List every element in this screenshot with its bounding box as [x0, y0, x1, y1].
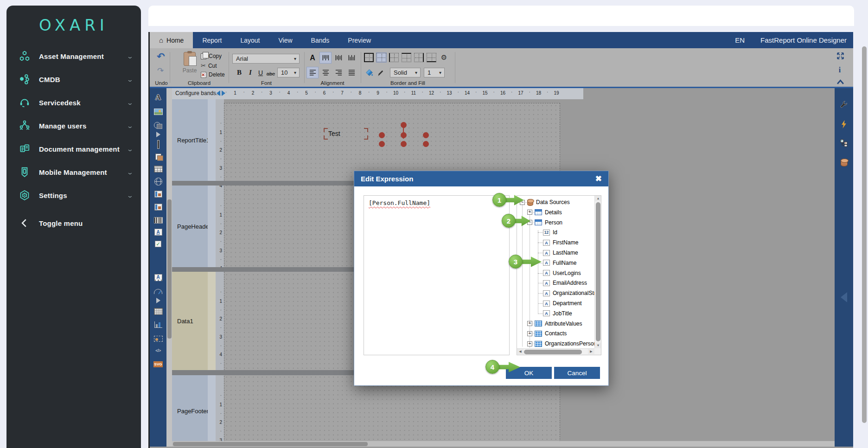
svg-object-icon[interactable]: SVG [153, 359, 163, 369]
tree-item-data-sources[interactable]: −Data Sources [517, 198, 594, 207]
align-right-button[interactable] [332, 67, 345, 78]
tree-item-details[interactable]: +Details [517, 208, 594, 217]
font-family-select[interactable]: Arial ▾ [232, 54, 300, 64]
resize-handle[interactable] [379, 132, 385, 138]
tree-item-organizationalstructu[interactable]: AOrganizationalStructu [517, 288, 594, 298]
align-justify-button[interactable] [345, 67, 357, 78]
business-object-2-icon[interactable] [153, 202, 163, 211]
band-reporttitle1[interactable]: ReportTitle1 [172, 99, 208, 181]
page-prev-icon[interactable] [217, 90, 220, 96]
tab-preview[interactable]: Preview [338, 32, 380, 48]
line-width-select[interactable]: 1 ▾ [424, 68, 445, 77]
digital-signature-icon[interactable] [153, 334, 163, 343]
sidebar-item-document-management[interactable]: Document management⌄ [6, 137, 141, 160]
band-pagefooter1[interactable]: PageFooter1 [172, 375, 208, 447]
gauge-icon[interactable] [153, 287, 163, 296]
border-top-button[interactable] [402, 53, 411, 62]
text-object-icon[interactable]: A [153, 93, 163, 102]
underline-button[interactable]: U [255, 68, 266, 77]
scrollbar-thumb[interactable] [596, 202, 600, 341]
tab-view[interactable]: View [269, 32, 302, 48]
business-object-icon[interactable] [153, 189, 163, 198]
sidebar-item-asset-management[interactable]: Asset Management⌄ [6, 45, 141, 68]
tab-report[interactable]: Report [193, 32, 231, 48]
sidebar-item-cmdb[interactable]: CMDB⌄ [6, 68, 141, 91]
fullscreen-button[interactable] [836, 51, 845, 60]
chart-icon[interactable] [153, 320, 163, 329]
border-none-button[interactable] [377, 53, 386, 62]
border-left-button[interactable] [389, 53, 399, 62]
language-selector[interactable]: EN [735, 36, 745, 44]
info-button[interactable]: i [836, 66, 843, 74]
tree-item-userlogins[interactable]: AUserLogins [517, 269, 594, 278]
valign-center-button[interactable] [332, 52, 345, 64]
tree-item-id[interactable]: 12Id [517, 228, 594, 237]
tree-item-emailaddress[interactable]: AEmailAddress [517, 278, 594, 288]
window-scrollbar[interactable] [862, 0, 867, 448]
properties-icon[interactable] [839, 99, 849, 109]
resize-handle[interactable] [401, 122, 407, 128]
close-icon[interactable]: ✖ [595, 175, 602, 183]
map-icon[interactable] [153, 177, 163, 186]
scroll-left-icon[interactable]: ◀ [517, 349, 523, 354]
scroll-up-icon[interactable]: ▲ [595, 196, 601, 201]
valign-bottom-button[interactable] [345, 52, 357, 64]
tree-item-department[interactable]: ADepartment [517, 299, 594, 308]
sidebar-item-manage-users[interactable]: Manage users⌄ [6, 114, 141, 137]
formatted-text-icon[interactable]: A [153, 273, 163, 282]
collapse-ribbon-button[interactable] [836, 78, 845, 85]
cancel-button[interactable]: Cancel [554, 367, 600, 379]
band-pageheader1[interactable]: PageHeader1 [172, 186, 208, 267]
strikethrough-button[interactable]: abe [266, 69, 276, 78]
resize-handle[interactable] [423, 132, 429, 138]
band-data1[interactable]: Data1 [172, 272, 208, 370]
copy-button[interactable]: Copy [201, 53, 222, 59]
report-tree-icon[interactable] [839, 138, 849, 148]
sidebar-item-mobile-management[interactable]: Mobile Management⌄ [6, 160, 141, 184]
sidebar-item-settings[interactable]: Settings⌄ [6, 184, 141, 207]
barcode-icon[interactable] [153, 216, 163, 225]
cut-button[interactable]: ✂ Cut [201, 62, 217, 69]
rich-text-icon[interactable]: A [153, 227, 163, 237]
font-color-button[interactable]: A [306, 52, 319, 64]
tree-vertical-scrollbar[interactable]: ▲ ▼ [594, 196, 601, 348]
delete-button[interactable]: Delete [201, 71, 225, 78]
tab-layout[interactable]: Layout [231, 32, 269, 48]
subreport-icon[interactable] [153, 152, 163, 161]
resize-handle[interactable] [401, 141, 407, 147]
checkbox-icon[interactable]: ✓ [153, 239, 163, 249]
sidebar-item-toggle-menu[interactable]: Toggle menu [6, 211, 141, 235]
table-icon[interactable] [153, 164, 163, 173]
configure-bands-button[interactable]: Configure bands... [175, 90, 221, 96]
tree-item-contacts[interactable]: +Contacts [517, 329, 594, 338]
redo-icon[interactable]: ↷ [157, 67, 164, 75]
resize-handle[interactable] [401, 132, 407, 138]
valign-top-button[interactable] [319, 52, 332, 64]
border-all-button[interactable] [364, 53, 374, 62]
italic-button[interactable]: I [245, 68, 255, 77]
scrollbar-thumb[interactable] [862, 46, 867, 423]
border-properties-button[interactable]: ⚙ [439, 53, 449, 62]
line-style-select[interactable]: Solid ▾ [390, 68, 421, 77]
expression-textarea[interactable]: [Person.FullName] [364, 195, 510, 355]
report-text-object[interactable]: Test [324, 128, 368, 140]
undo-icon[interactable]: ↶ [157, 52, 165, 62]
events-icon[interactable] [839, 119, 849, 129]
collapse-panel-icon[interactable] [841, 292, 847, 302]
tab-bands[interactable]: Bands [302, 32, 339, 48]
scroll-down-icon[interactable]: ▼ [595, 343, 601, 348]
tree-item-organizationsperson[interactable]: +OrganizationsPerson [517, 339, 594, 348]
line-icon[interactable] [153, 140, 163, 149]
bold-button[interactable]: B [234, 68, 244, 77]
expander-1-icon[interactable] [153, 130, 163, 139]
sidebar-item-servicedesk[interactable]: Servicedesk⌄ [6, 91, 141, 114]
shapes-icon[interactable] [153, 121, 163, 130]
canvas-horizontal-scrollbar[interactable] [172, 441, 835, 447]
tree-item-firstname[interactable]: AFirstName [517, 238, 594, 247]
scrollbar-thumb[interactable] [167, 199, 172, 339]
scroll-right-icon[interactable]: ▶ [588, 349, 594, 354]
tree-item-lastname[interactable]: ALastName [517, 248, 594, 257]
border-right-button[interactable] [414, 53, 424, 62]
scrollbar-thumb[interactable] [173, 442, 368, 446]
align-left-button[interactable] [306, 67, 319, 78]
